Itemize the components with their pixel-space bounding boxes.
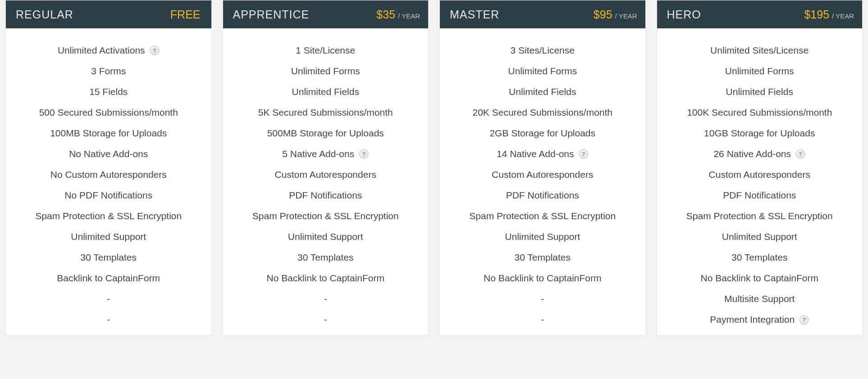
feature-item: PDF Notifications — [442, 185, 644, 206]
plan-header: MASTER $95 / YEAR — [440, 0, 645, 28]
feature-item: 14 Native Add-ons? — [442, 144, 644, 164]
feature-list: 3 Sites/License Unlimited Forms Unlimite… — [440, 28, 645, 334]
feature-text: 20K Secured Submissions/month — [473, 107, 613, 117]
feature-text: 1 Site/License — [296, 45, 355, 55]
feature-text: Custom Autoresponders — [492, 169, 593, 180]
price-value: FREE — [170, 8, 201, 21]
feature-text: 3 Forms — [91, 66, 126, 76]
feature-item: - — [225, 289, 427, 309]
feature-item: Spam Protection & SSL Encryption — [442, 206, 644, 226]
plan-card-regular: REGULAR FREE Unlimited Activations? 3 Fo… — [5, 0, 212, 335]
feature-item: Custom Autoresponders — [225, 164, 427, 185]
feature-text: Unlimited Sites/License — [710, 45, 809, 55]
feature-item: 26 Native Add-ons? — [659, 144, 861, 164]
feature-text: Spam Protection & SSL Encryption — [35, 211, 182, 221]
feature-item: 30 Templates — [8, 247, 210, 268]
feature-item: Custom Autoresponders — [659, 164, 861, 185]
plan-card-apprentice: APPRENTICE $35 / YEAR 1 Site/License Unl… — [223, 0, 429, 335]
feature-text: Unlimited Fields — [292, 86, 359, 97]
feature-item: 3 Forms — [8, 61, 210, 81]
feature-item: Unlimited Fields — [659, 81, 861, 102]
feature-item: Backlink to CaptainForm — [8, 268, 210, 289]
plan-name-label: MASTER — [450, 8, 499, 21]
feature-item: - — [225, 309, 427, 330]
plan-card-hero: HERO $195 / YEAR Unlimited Sites/License… — [657, 0, 863, 335]
feature-text: Spam Protection & SSL Encryption — [686, 211, 833, 221]
feature-item: - — [442, 289, 644, 309]
feature-text: No Backlink to CaptainForm — [267, 273, 384, 283]
feature-text: 2GB Storage for Uploads — [489, 128, 595, 138]
price-period: / YEAR — [832, 12, 854, 20]
feature-text: 500MB Storage for Uploads — [267, 128, 384, 138]
help-icon[interactable]: ? — [150, 45, 160, 55]
feature-item: Custom Autoresponders — [442, 164, 644, 185]
feature-item: Spam Protection & SSL Encryption — [8, 206, 210, 226]
feature-item: Spam Protection & SSL Encryption — [225, 206, 427, 226]
feature-item: 30 Templates — [659, 247, 861, 268]
feature-item: No Custom Autoresponders — [8, 164, 210, 185]
feature-text: Spam Protection & SSL Encryption — [469, 211, 616, 221]
feature-text: Spam Protection & SSL Encryption — [252, 211, 399, 221]
plan-name-label: HERO — [667, 8, 701, 21]
feature-item: 30 Templates — [442, 247, 644, 268]
feature-item: Unlimited Support — [225, 226, 427, 247]
feature-item: 1 Site/License — [225, 40, 427, 61]
feature-text: - — [107, 314, 110, 325]
feature-item: 5 Native Add-ons? — [225, 144, 427, 164]
feature-text: - — [324, 314, 327, 325]
price-value: $95 — [594, 8, 612, 21]
feature-text: - — [541, 293, 544, 304]
feature-item: 20K Secured Submissions/month — [442, 102, 644, 123]
feature-list: 1 Site/License Unlimited Forms Unlimited… — [223, 28, 429, 334]
feature-text: No Backlink to CaptainForm — [484, 273, 601, 283]
feature-text: No PDF Notifications — [64, 190, 152, 200]
plan-price: $195 / YEAR — [804, 8, 854, 21]
feature-item: Unlimited Support — [8, 226, 210, 247]
feature-text: Unlimited Fields — [726, 86, 793, 97]
feature-item: 15 Fields — [8, 81, 210, 102]
feature-text: Unlimited Activations — [58, 45, 145, 55]
help-icon[interactable]: ? — [359, 149, 369, 159]
feature-item: - — [8, 289, 210, 309]
feature-text: No Custom Autoresponders — [50, 169, 167, 180]
feature-text: Unlimited Support — [71, 231, 146, 242]
help-icon[interactable]: ? — [799, 315, 809, 325]
price-period: / YEAR — [398, 12, 420, 20]
feature-item: 10GB Storage for Uploads — [659, 123, 861, 144]
feature-item: 3 Sites/License — [442, 40, 644, 61]
feature-text: 30 Templates — [297, 252, 354, 262]
feature-text: 26 Native Add-ons — [713, 149, 791, 159]
feature-item: Unlimited Forms — [442, 61, 644, 81]
plan-card-master: MASTER $95 / YEAR 3 Sites/License Unlimi… — [439, 0, 646, 335]
feature-text: Unlimited Fields — [509, 86, 576, 97]
plan-price: FREE — [170, 8, 203, 21]
plan-name-label: REGULAR — [16, 8, 73, 21]
feature-item: 100MB Storage for Uploads — [8, 123, 210, 144]
feature-item: 5K Secured Submissions/month — [225, 102, 427, 123]
plan-name-label: APPRENTICE — [233, 8, 310, 21]
feature-text: No Native Add-ons — [69, 149, 148, 159]
feature-item: Spam Protection & SSL Encryption — [659, 206, 861, 226]
feature-text: 3 Sites/License — [511, 45, 575, 55]
feature-item: No Native Add-ons — [8, 144, 210, 164]
feature-item: 100K Secured Submissions/month — [659, 102, 861, 123]
feature-text: Unlimited Support — [288, 231, 363, 242]
feature-text: Payment Integration — [710, 314, 795, 325]
feature-text: 10GB Storage for Uploads — [704, 128, 815, 138]
feature-item: PDF Notifications — [225, 185, 427, 206]
feature-text: 100K Secured Submissions/month — [687, 107, 832, 117]
feature-item: Unlimited Activations? — [8, 40, 210, 61]
plan-price: $95 / YEAR — [594, 8, 637, 21]
price-value: $35 — [376, 8, 395, 21]
feature-item: No Backlink to CaptainForm — [225, 268, 427, 289]
feature-item: Unlimited Forms — [225, 61, 427, 81]
feature-text: PDF Notifications — [289, 190, 362, 200]
feature-text: Multisite Support — [724, 293, 795, 304]
help-icon[interactable]: ? — [579, 149, 589, 159]
feature-text: 30 Templates — [731, 252, 788, 262]
feature-text: Backlink to CaptainForm — [57, 273, 160, 283]
help-icon[interactable]: ? — [795, 149, 805, 159]
feature-text: - — [324, 293, 327, 304]
price-value: $195 — [804, 8, 829, 21]
feature-item: No Backlink to CaptainForm — [659, 268, 861, 289]
